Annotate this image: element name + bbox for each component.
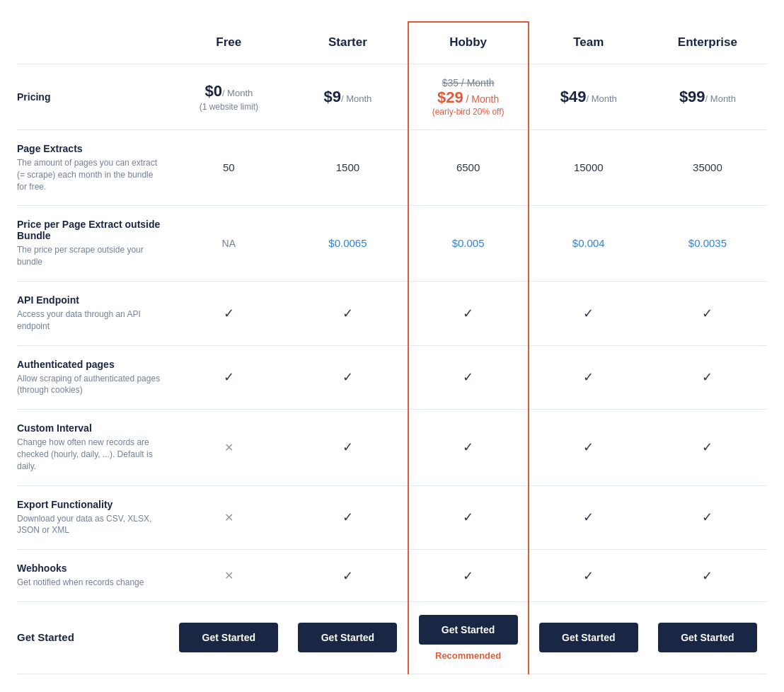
feature-row-webhooks: WebhooksGet notified when records change…	[17, 550, 767, 602]
checkmark-icon: ✓	[224, 306, 234, 321]
feature-export_functionality-team: ✓	[529, 485, 648, 550]
feature-page_extracts-starter: 1500	[288, 130, 408, 206]
feature-webhooks-hobby: ✓	[408, 550, 529, 602]
feature-custom_interval-team: ✓	[529, 410, 648, 485]
get-started-team: Get Started	[529, 601, 648, 674]
checkmark-icon: ✓	[224, 370, 234, 384]
price-starter-amount: $9/ Month	[324, 88, 372, 105]
price-free-note: (1 website limit)	[178, 102, 279, 112]
pricing-starter: $9/ Month	[288, 64, 408, 130]
get-started-row: Get Started Get Started Get Started Get …	[17, 601, 767, 674]
feature-authenticated_pages-hobby: ✓	[408, 345, 529, 410]
get-started-label: Get Started	[17, 631, 74, 643]
checkmark-icon: ✓	[463, 569, 473, 583]
free-label: Free	[216, 35, 241, 49]
checkmark-icon: ✓	[702, 440, 713, 454]
feature-page_extracts-hobby: 6500	[408, 130, 529, 206]
get-started-enterprise: Get Started	[648, 601, 767, 674]
feature-authenticated_pages-enterprise: ✓	[648, 345, 767, 410]
get-started-free: Get Started	[169, 601, 288, 674]
checkmark-icon: ✓	[463, 440, 473, 454]
hobby-label: Hobby	[449, 35, 487, 49]
feature-page_extracts-enterprise: 35000	[648, 130, 767, 206]
pricing-label: Pricing	[17, 91, 161, 103]
price-enterprise-amount: $99/ Month	[679, 88, 736, 105]
checkmark-icon: ✓	[342, 569, 353, 583]
header-row: Free Starter Hobby Team Enterprise	[17, 22, 767, 64]
feature-price_per_page-hobby: $0.005	[408, 206, 529, 282]
header-free: Free	[169, 22, 288, 64]
feature-price_per_page-enterprise: $0.0035	[648, 206, 767, 282]
feature-row-api_endpoint: API EndpointAccess your data through an …	[17, 281, 767, 345]
checkmark-icon: ✓	[702, 510, 713, 524]
feature-webhooks-starter: ✓	[288, 550, 408, 602]
pricing-label-cell: Pricing	[17, 64, 169, 130]
header-team: Team	[529, 22, 648, 64]
feature-api_endpoint-hobby: ✓	[408, 281, 529, 345]
get-started-hobby-button[interactable]: Get Started	[419, 615, 518, 645]
checkmark-icon: ✓	[342, 510, 353, 524]
feature-export_functionality-enterprise: ✓	[648, 485, 767, 550]
get-started-free-button[interactable]: Get Started	[179, 623, 278, 652]
get-started-starter: Get Started	[288, 601, 408, 674]
recommended-label: Recommended	[417, 650, 519, 661]
feature-authenticated_pages-free: ✓	[169, 345, 288, 410]
price-hobby-discount-note: (early-bird 20% off)	[417, 107, 519, 117]
checkmark-icon: ✓	[702, 306, 713, 321]
feature-api_endpoint-free: ✓	[169, 281, 288, 345]
feature-api_endpoint-enterprise: ✓	[648, 281, 767, 345]
pricing-team: $49/ Month	[529, 64, 648, 130]
feature-webhooks-team: ✓	[529, 550, 648, 602]
feature-label-api_endpoint: API EndpointAccess your data through an …	[17, 281, 169, 345]
feature-label-export_functionality: Export FunctionalityDownload your data a…	[17, 485, 169, 550]
get-started-team-button[interactable]: Get Started	[539, 623, 638, 652]
pricing-free: $0/ Month (1 website limit)	[169, 64, 288, 130]
feature-label-authenticated_pages: Authenticated pagesAllow scraping of aut…	[17, 345, 169, 410]
feature-custom_interval-starter: ✓	[288, 410, 408, 485]
pricing-row: Pricing $0/ Month (1 website limit) $9/ …	[17, 64, 767, 130]
cross-icon: ✕	[224, 512, 234, 524]
checkmark-icon: ✓	[342, 306, 353, 321]
header-hobby: Hobby	[408, 22, 529, 64]
feature-authenticated_pages-starter: ✓	[288, 345, 408, 410]
checkmark-icon: ✓	[702, 569, 713, 583]
checkmark-icon: ✓	[463, 370, 473, 384]
feature-custom_interval-hobby: ✓	[408, 410, 529, 485]
checkmark-icon: ✓	[583, 306, 594, 321]
feature-export_functionality-starter: ✓	[288, 485, 408, 550]
feature-label-custom_interval: Custom IntervalChange how often new reco…	[17, 410, 169, 485]
feature-row-export_functionality: Export FunctionalityDownload your data a…	[17, 485, 767, 550]
pricing-enterprise: $99/ Month	[648, 64, 767, 130]
checkmark-icon: ✓	[583, 569, 594, 583]
header-starter: Starter	[288, 22, 408, 64]
feature-row-authenticated_pages: Authenticated pagesAllow scraping of aut…	[17, 345, 767, 410]
feature-authenticated_pages-team: ✓	[529, 345, 648, 410]
get-started-label-cell: Get Started	[17, 601, 169, 674]
starter-label: Starter	[328, 35, 367, 49]
enterprise-label: Enterprise	[678, 35, 737, 49]
feature-row-custom_interval: Custom IntervalChange how often new reco…	[17, 410, 767, 485]
feature-row-price_per_page: Price per Page Extract outside BundleThe…	[17, 206, 767, 282]
feature-custom_interval-enterprise: ✓	[648, 410, 767, 485]
feature-label-page_extracts: Page ExtractsThe amount of pages you can…	[17, 130, 169, 206]
feature-price_per_page-team: $0.004	[529, 206, 648, 282]
feature-label-price_per_page: Price per Page Extract outside BundleThe…	[17, 206, 169, 282]
feature-api_endpoint-team: ✓	[529, 281, 648, 345]
checkmark-icon: ✓	[583, 440, 594, 454]
feature-page_extracts-free: 50	[169, 130, 288, 206]
cross-icon: ✕	[224, 570, 234, 582]
feature-row-page_extracts: Page ExtractsThe amount of pages you can…	[17, 130, 767, 206]
get-started-starter-button[interactable]: Get Started	[298, 623, 397, 652]
header-empty	[17, 22, 169, 64]
cross-icon: ✕	[224, 442, 234, 454]
team-label: Team	[573, 35, 604, 49]
feature-export_functionality-hobby: ✓	[408, 485, 529, 550]
feature-custom_interval-free: ✕	[169, 410, 288, 485]
price-free-amount: $0/ Month	[204, 82, 253, 100]
feature-page_extracts-team: 15000	[529, 130, 648, 206]
feature-export_functionality-free: ✕	[169, 485, 288, 550]
feature-price_per_page-free: NA	[169, 206, 288, 282]
header-enterprise: Enterprise	[648, 22, 767, 64]
get-started-enterprise-button[interactable]: Get Started	[658, 623, 757, 652]
checkmark-icon: ✓	[583, 370, 594, 384]
